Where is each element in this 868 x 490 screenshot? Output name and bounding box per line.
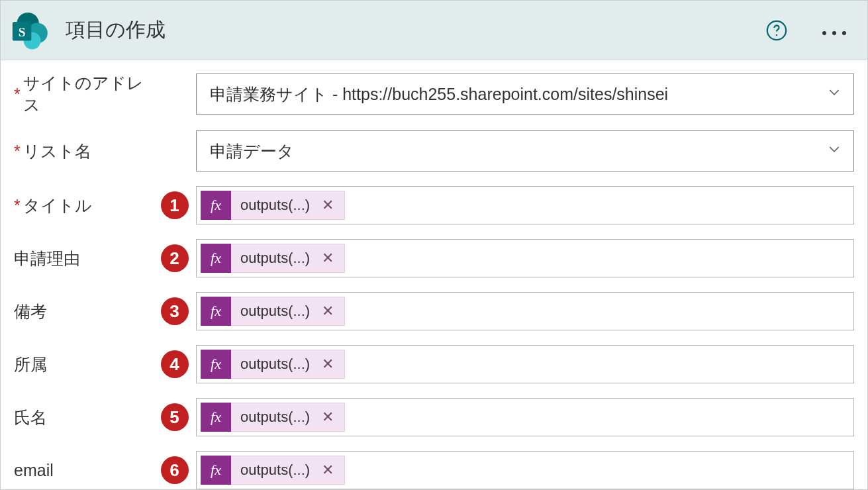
help-icon[interactable] [765,19,788,42]
required-mark: * [14,142,21,161]
token-text: outputs(...) [240,303,310,320]
expression-token[interactable]: fx outputs(...) ✕ [201,350,345,379]
expression-token[interactable]: fx outputs(...) ✕ [201,191,345,220]
row-site-address: * サイトのアドレス 申請業務サイト - https://buch255.sha… [14,72,854,116]
fx-icon: fx [201,191,231,220]
affiliation-input[interactable]: fx outputs(...) ✕ [196,345,854,383]
svg-point-9 [842,31,846,35]
row-remarks: 備考 3 fx outputs(...) ✕ [14,292,854,330]
title-input[interactable]: fx outputs(...) ✕ [196,186,854,224]
label-text: 備考 [14,301,47,322]
required-mark: * [14,85,21,104]
expression-token[interactable]: fx outputs(...) ✕ [201,403,345,432]
remove-token-icon[interactable]: ✕ [318,303,338,320]
more-icon[interactable] [814,20,854,41]
row-name: 氏名 5 fx outputs(...) ✕ [14,398,854,436]
label-text: サイトのアドレス [23,72,153,116]
annotation-badge-3: 3 [161,297,189,325]
token-text: outputs(...) [240,409,310,426]
sharepoint-icon: S [7,7,54,54]
row-reason: 申請理由 2 fx outputs(...) ✕ [14,239,854,277]
token-text: outputs(...) [240,356,310,373]
badge-cell-3: 3 [153,297,196,325]
row-title: * タイトル 1 fx outputs(...) ✕ [14,186,854,224]
list-name-dropdown[interactable]: 申請データ [196,130,854,172]
required-mark: * [14,196,21,215]
name-input[interactable]: fx outputs(...) ✕ [196,398,854,436]
svg-point-8 [832,31,836,35]
svg-text:S: S [19,25,26,39]
annotation-badge-5: 5 [161,403,189,431]
annotation-badge-1: 1 [161,191,189,219]
remarks-input[interactable]: fx outputs(...) ✕ [196,292,854,330]
create-item-card: S 項目の作成 * サイトのアドレス [0,0,868,490]
token-text: outputs(...) [240,462,310,479]
action-title: 項目の作成 [66,17,765,44]
remove-token-icon[interactable]: ✕ [318,250,338,267]
fx-icon: fx [201,456,231,485]
svg-point-6 [776,34,778,36]
expression-token[interactable]: fx outputs(...) ✕ [201,456,345,485]
list-name-value: 申請データ [210,140,294,162]
badge-cell-6: 6 [153,456,196,484]
label-remarks: 備考 [14,301,153,322]
fx-icon: fx [201,350,231,379]
chevron-down-icon [827,142,842,161]
row-affiliation: 所属 4 fx outputs(...) ✕ [14,345,854,383]
label-text: リスト名 [23,140,91,162]
label-text: 所属 [14,354,47,375]
label-affiliation: 所属 [14,354,153,375]
annotation-badge-4: 4 [161,350,189,378]
badge-cell-1: 1 [153,191,196,219]
row-list-name: * リスト名 申請データ [14,130,854,172]
annotation-badge-6: 6 [161,456,189,484]
remove-token-icon[interactable]: ✕ [318,409,338,426]
row-email: email 6 fx outputs(...) ✕ [14,451,854,489]
chevron-down-icon [827,85,842,104]
remove-token-icon[interactable]: ✕ [318,356,338,373]
action-header: S 項目の作成 [1,1,867,60]
fx-icon: fx [201,244,231,273]
label-list-name: * リスト名 [14,140,153,162]
fx-icon: fx [201,403,231,432]
badge-cell-5: 5 [153,403,196,431]
label-text: タイトル [23,195,92,217]
label-text: 申請理由 [14,248,80,270]
badge-cell-2: 2 [153,244,196,272]
label-text: 氏名 [14,407,47,428]
label-email: email [14,461,153,480]
reason-input[interactable]: fx outputs(...) ✕ [196,239,854,277]
label-name: 氏名 [14,407,153,428]
action-body: * サイトのアドレス 申請業務サイト - https://buch255.sha… [1,60,867,490]
svg-point-7 [822,31,826,35]
remove-token-icon[interactable]: ✕ [318,197,338,214]
token-text: outputs(...) [240,250,310,267]
label-title: * タイトル [14,195,153,217]
expression-token[interactable]: fx outputs(...) ✕ [201,244,345,273]
remove-token-icon[interactable]: ✕ [318,462,338,479]
annotation-badge-2: 2 [161,244,189,272]
site-address-value: 申請業務サイト - https://buch255.sharepoint.com… [210,83,668,105]
badge-cell-4: 4 [153,350,196,378]
label-text: email [14,461,54,480]
fx-icon: fx [201,297,231,326]
expression-token[interactable]: fx outputs(...) ✕ [201,297,345,326]
site-address-dropdown[interactable]: 申請業務サイト - https://buch255.sharepoint.com… [196,74,854,115]
token-text: outputs(...) [240,197,310,214]
label-site-address: * サイトのアドレス [14,72,153,116]
label-reason: 申請理由 [14,248,153,270]
email-input[interactable]: fx outputs(...) ✕ [196,451,854,489]
